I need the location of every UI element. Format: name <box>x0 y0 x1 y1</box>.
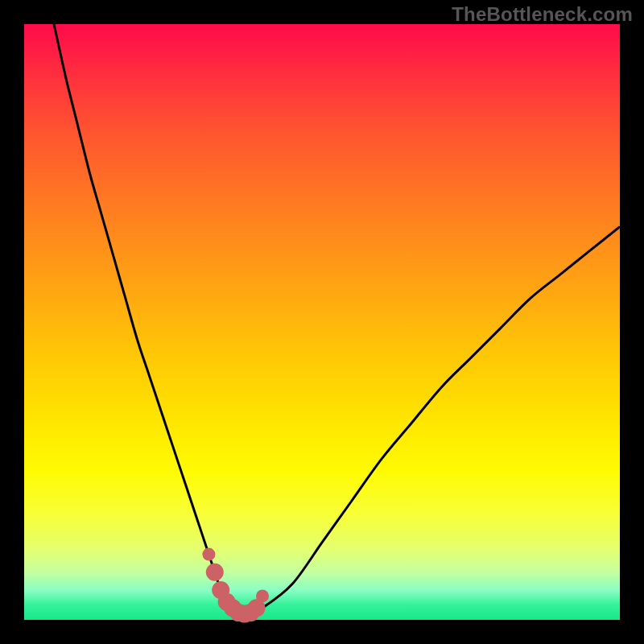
optimum-markers <box>24 24 620 620</box>
chart-container: TheBottleneck.com <box>0 0 644 644</box>
optimum-marker <box>206 564 224 581</box>
marker-group <box>202 548 269 623</box>
watermark-text: TheBottleneck.com <box>452 3 633 26</box>
optimum-marker <box>256 589 269 602</box>
plot-area <box>24 24 620 620</box>
optimum-marker <box>202 548 215 561</box>
